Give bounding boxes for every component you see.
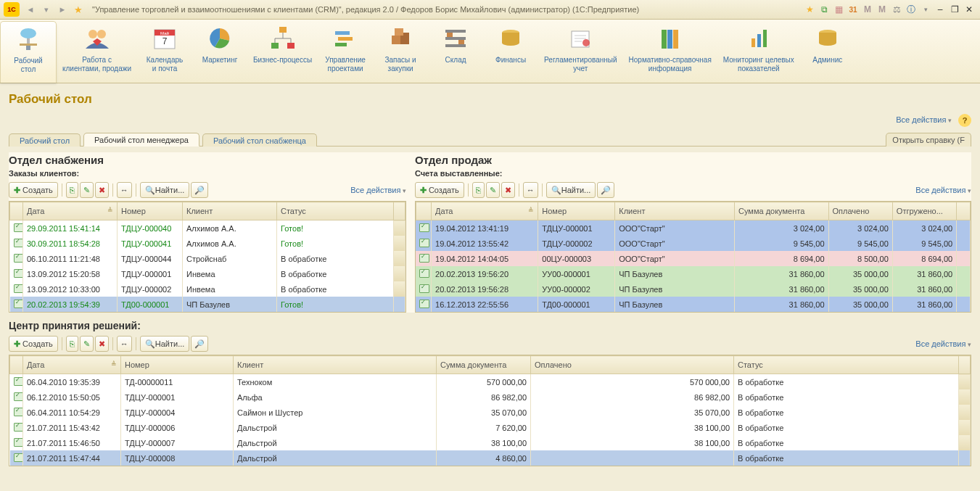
row-status-icon (10, 297, 23, 312)
maximize-icon[interactable]: ❐ (948, 3, 961, 16)
table-row[interactable]: 29.09.2011 15:41:14ТДЦУ-000040Алхимов А.… (10, 220, 405, 236)
copy-button[interactable]: ⎘ (472, 182, 485, 198)
edit-button[interactable]: ✎ (80, 336, 94, 352)
svg-rect-28 (662, 30, 667, 49)
col-paid: Оплачено (828, 202, 892, 220)
favorite-star-icon[interactable]: ★ (70, 2, 86, 17)
nav-clients[interactable]: Работа с клиентами, продажи (57, 22, 137, 83)
clear-find-button[interactable]: 🔎 (191, 336, 208, 352)
tab-desktop[interactable]: Рабочий стол (9, 133, 81, 147)
nav-back-icon[interactable]: ◄ (22, 2, 38, 17)
edit-button[interactable]: ✎ (80, 182, 94, 198)
nav-fwd-icon[interactable]: ► (54, 2, 70, 17)
nav-calendar[interactable]: 7МайКалендарь и почта (137, 22, 192, 83)
app-logo-icon: 1C (4, 2, 20, 17)
fav-icon[interactable]: ★ (803, 3, 816, 16)
scrollbar[interactable] (959, 356, 971, 374)
find-button[interactable]: 🔍 Найти... (546, 182, 596, 198)
table-row[interactable]: 20.02.2013 19:54:39ТД00-000001ЧП Базулев… (10, 297, 405, 312)
nav-reference[interactable]: Нормативно-справочная информация (623, 22, 717, 83)
supply-all-actions[interactable]: Все действия (350, 186, 406, 194)
table-row[interactable]: 19.04.2012 13:55:42ТДЦУ-000002ООО"Старт"… (416, 236, 970, 251)
table-row[interactable]: 20.02.2013 19:56:20УУ00-000001ЧП Базулев… (416, 266, 970, 281)
delete-button[interactable]: ✖ (501, 182, 515, 198)
refresh-button[interactable]: ↔ (523, 182, 538, 198)
refresh-button[interactable]: ↔ (117, 182, 132, 198)
m2-icon[interactable]: M (876, 3, 889, 16)
table-row[interactable]: 06.04.2011 10:54:29ТДЦУ-000004Саймон и Ш… (10, 405, 971, 420)
refresh-button[interactable]: ↔ (117, 336, 132, 352)
create-button[interactable]: ✚Создать (9, 182, 58, 198)
scrollbar[interactable] (957, 202, 971, 220)
table-row[interactable]: 06.12.2010 15:50:05ТДЦУ-000001Альфа86 98… (10, 389, 971, 405)
table-row[interactable]: 21.07.2011 15:43:42ТДЦУ-000006Дальстрой7… (10, 420, 971, 435)
clear-find-button[interactable]: 🔎 (191, 182, 208, 198)
table-row[interactable]: 06.04.2010 19:35:39ТД-00000011Техноком57… (10, 374, 971, 390)
info-drop-icon[interactable]: ▾ (919, 3, 932, 16)
create-button[interactable]: ✚Создать (415, 182, 464, 198)
nav-admin[interactable]: Админис (800, 22, 855, 83)
calendar-icon[interactable]: 31 (847, 3, 860, 16)
sales-title: Отдел продаж (415, 154, 971, 166)
row-status-icon (10, 251, 23, 266)
nav-finance[interactable]: Финансы (483, 22, 538, 83)
table-row[interactable]: 19.04.2012 13:41:19ТДЦУ-000001ООО"Старт"… (416, 220, 970, 236)
history-icon[interactable]: ⧉ (818, 3, 831, 16)
sales-all-actions[interactable]: Все действия (915, 186, 971, 194)
find-button[interactable]: 🔍 Найти... (140, 182, 190, 198)
svg-rect-17 (392, 36, 400, 44)
row-status-icon (416, 281, 431, 297)
table-row[interactable]: 13.09.2012 15:20:58ТДЦУ-000001ИнвемаВ об… (10, 266, 405, 281)
find-button[interactable]: 🔍 Найти... (140, 336, 190, 352)
reference-icon (654, 22, 686, 54)
supply-grid[interactable]: Дата≜ Номер Клиент Статус 29.09.2011 15:… (9, 201, 406, 313)
nav-accounting[interactable]: Регламентированный учет (538, 22, 622, 83)
nav-projects[interactable]: Управление проектами (318, 22, 373, 83)
table-row[interactable]: 19.04.2012 14:04:0500ЦУ-000003ООО"Старт"… (416, 251, 970, 266)
nav-warehouse[interactable]: Склад (428, 22, 483, 83)
nav-marketing[interactable]: Маркетинг (192, 22, 247, 83)
open-help-btn[interactable]: Открыть справку (F (886, 133, 971, 147)
svg-point-27 (582, 39, 590, 46)
m-icon[interactable]: M (861, 3, 874, 16)
nav-desktop[interactable]: Рабочий стол (0, 21, 57, 83)
center-title: Центр принятия решений: (9, 320, 971, 331)
create-button[interactable]: ✚Создать (9, 336, 58, 352)
table-row[interactable]: 16.12.2013 22:55:56ТД00-000001ЧП Базулев… (416, 297, 970, 312)
copy-button[interactable]: ⎘ (66, 182, 78, 198)
scrollbar[interactable] (393, 202, 405, 220)
clear-find-button[interactable]: 🔎 (597, 182, 614, 198)
nav-bp[interactable]: Бизнес-процессы (247, 22, 318, 83)
svg-rect-20 (445, 30, 466, 33)
table-row[interactable]: 20.02.2013 19:56:28УУ00-000002ЧП Базулев… (416, 281, 970, 297)
nav-stock[interactable]: Запасы и закупки (373, 22, 428, 83)
nav-dropdown-icon[interactable]: ▾ (38, 2, 54, 17)
tab-supplier[interactable]: Рабочий стол снабженца (202, 133, 317, 147)
minimize-icon[interactable]: – (934, 3, 947, 16)
sales-grid[interactable]: Дата≜ Номер Клиент Сумма документа Оплач… (415, 201, 971, 313)
tab-manager[interactable]: Рабочий стол менеджера (83, 133, 199, 147)
row-status-icon (10, 389, 23, 405)
nav-monitoring[interactable]: Мониторинг целевых показателей (717, 22, 800, 83)
supply-subtitle: Заказы клиентов: (9, 169, 406, 178)
copy-button[interactable]: ⎘ (66, 336, 78, 352)
table-row[interactable]: 13.09.2012 10:33:00ТДЦУ-000002ИнвемаВ об… (10, 281, 405, 297)
calc-icon[interactable]: ▦ (832, 3, 845, 16)
help-icon[interactable]: ? (958, 114, 971, 127)
center-grid[interactable]: Дата≜ Номер Клиент Сумма документа Оплач… (9, 355, 971, 466)
table-row[interactable]: 21.07.2011 15:46:50ТДЦУ-000007Дальстрой3… (10, 435, 971, 450)
table-row[interactable]: 21.07.2011 15:47:44ТДЦУ-000008Дальстрой4… (10, 450, 971, 466)
close-icon[interactable]: ✕ (963, 3, 976, 16)
delete-button[interactable]: ✖ (95, 336, 109, 352)
row-status-icon (10, 374, 23, 390)
delete-button[interactable]: ✖ (95, 182, 109, 198)
marketing-icon (204, 22, 236, 54)
center-all-actions[interactable]: Все действия (915, 339, 971, 348)
info-icon[interactable]: ⓘ (905, 3, 918, 16)
scale-icon[interactable]: ⚖ (890, 3, 903, 16)
table-row[interactable]: 06.10.2011 11:21:48ТДЦУ-000044СтройснабВ… (10, 251, 405, 266)
edit-button[interactable]: ✎ (486, 182, 500, 198)
svg-point-2 (20, 28, 36, 38)
table-row[interactable]: 30.09.2011 18:54:28ТДЦУ-000041Алхимов А.… (10, 236, 405, 251)
all-actions-top[interactable]: Все действия (896, 115, 952, 124)
